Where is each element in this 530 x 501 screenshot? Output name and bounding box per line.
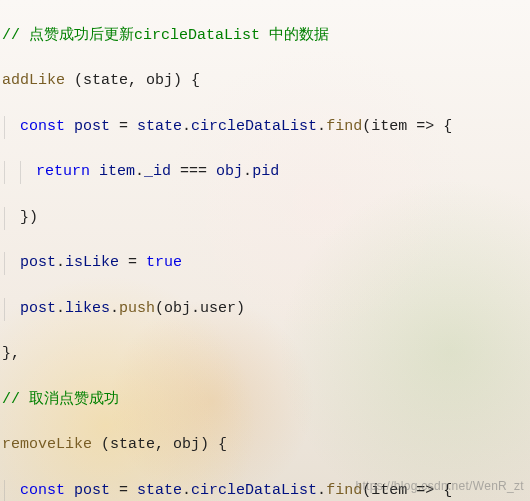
code-block: // 点赞成功后更新circleDataList 中的数据 addLike (s… bbox=[0, 0, 530, 501]
fn-addlike: addLike bbox=[2, 72, 65, 89]
comment-line: // 取消点赞成功 bbox=[2, 391, 119, 408]
comment-line: // 点赞成功后更新circleDataList 中的数据 bbox=[2, 27, 329, 44]
watermark-text: https://blog.csdn.net/WenR_zt bbox=[355, 475, 524, 498]
fn-removelike: removeLike bbox=[2, 436, 92, 453]
